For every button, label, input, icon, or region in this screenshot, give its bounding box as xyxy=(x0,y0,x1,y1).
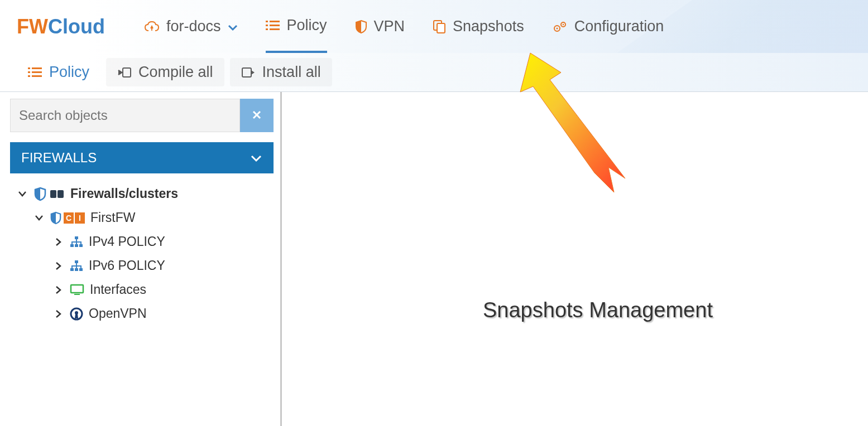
svg-rect-27 xyxy=(70,244,74,247)
top-navigation: FWCloud for-docs Policy xyxy=(0,0,868,53)
sidebar: FIREWALLS xyxy=(0,92,282,426)
tree-firewall-firstfw[interactable]: C I FirstFW xyxy=(16,206,268,230)
nav-policy-label: Policy xyxy=(287,17,327,34)
logo-cloud: Cloud xyxy=(48,15,105,38)
nav-vpn[interactable]: VPN xyxy=(355,0,405,53)
svg-rect-7 xyxy=(437,23,445,33)
tree-root-label: Firewalls/clusters xyxy=(70,186,178,201)
tree-firewall-label: FirstFW xyxy=(90,210,135,225)
install-all-label: Install all xyxy=(262,64,321,81)
svg-rect-28 xyxy=(75,244,78,247)
annotation-label: Snapshots Management xyxy=(483,298,713,322)
chevron-down-icon xyxy=(16,191,29,197)
copy-icon xyxy=(433,20,446,34)
nav-snapshots[interactable]: Snapshots xyxy=(433,0,524,53)
svg-rect-30 xyxy=(75,260,78,263)
compile-all-button[interactable]: Compile all xyxy=(106,58,224,86)
tree-ipv4-label: IPv4 POLICY xyxy=(89,234,165,249)
sub-navigation: Policy Compile all Install all xyxy=(0,53,868,92)
svg-rect-18 xyxy=(123,68,131,77)
svg-rect-12 xyxy=(28,67,30,69)
search-input[interactable] xyxy=(10,99,240,132)
chevron-right-icon xyxy=(52,262,65,270)
svg-rect-33 xyxy=(79,268,83,271)
tree-interfaces[interactable]: Interfaces xyxy=(16,278,268,302)
openvpn-icon xyxy=(70,307,83,321)
svg-rect-29 xyxy=(79,244,83,247)
tree: Firewalls/clusters C I xyxy=(10,173,274,334)
cloud-icon xyxy=(144,21,160,33)
nav-vpn-label: VPN xyxy=(374,18,405,35)
list-icon xyxy=(28,66,42,79)
tree-ipv6-label: IPv6 POLICY xyxy=(89,258,165,273)
svg-text:I: I xyxy=(79,214,81,222)
svg-rect-14 xyxy=(28,71,30,73)
sitemap-icon xyxy=(70,260,83,272)
tree-root-firewalls-clusters[interactable]: Firewalls/clusters xyxy=(16,182,268,206)
chevron-right-icon xyxy=(52,238,65,246)
chevron-right-icon xyxy=(52,309,65,318)
content-area: Snapshots Management xyxy=(282,92,868,426)
svg-rect-35 xyxy=(74,294,80,295)
shield-icon xyxy=(33,187,47,201)
svg-rect-19 xyxy=(242,68,251,77)
svg-rect-20 xyxy=(50,190,56,198)
logo-fw: FW xyxy=(17,15,48,38)
compile-icon xyxy=(117,66,132,79)
cluster-icon xyxy=(49,188,65,200)
svg-rect-26 xyxy=(75,236,78,239)
logo[interactable]: FWCloud xyxy=(17,15,105,38)
svg-rect-32 xyxy=(75,268,78,271)
search-clear-button[interactable] xyxy=(240,99,274,132)
svg-rect-5 xyxy=(270,28,280,30)
caret-down-icon xyxy=(228,18,238,35)
tree-firewall-icons: C I xyxy=(50,211,85,225)
search-row xyxy=(10,99,274,132)
svg-rect-21 xyxy=(57,190,64,198)
svg-rect-13 xyxy=(32,67,42,69)
svg-rect-17 xyxy=(32,75,42,77)
svg-rect-2 xyxy=(266,25,268,26)
svg-text:C: C xyxy=(66,214,71,222)
tree-ipv4-policy[interactable]: IPv4 POLICY xyxy=(16,230,268,254)
tab-policy-label: Policy xyxy=(49,64,89,81)
monitor-icon xyxy=(70,284,84,296)
tree-interfaces-label: Interfaces xyxy=(90,282,146,297)
list-icon xyxy=(266,20,280,32)
svg-rect-1 xyxy=(270,21,280,22)
nav-snapshots-label: Snapshots xyxy=(453,18,524,35)
svg-rect-15 xyxy=(32,71,42,73)
tree-ipv6-policy[interactable]: IPv6 POLICY xyxy=(16,254,268,278)
svg-rect-34 xyxy=(71,285,83,293)
shield-icon xyxy=(50,211,61,225)
chevron-down-icon xyxy=(32,215,46,221)
project-selector[interactable]: for-docs xyxy=(144,0,238,53)
tree-openvpn[interactable]: OpenVPN xyxy=(16,302,268,326)
main-area: FIREWALLS xyxy=(0,92,868,426)
compile-all-label: Compile all xyxy=(138,64,213,81)
tab-policy[interactable]: Policy xyxy=(17,58,100,86)
shield-icon xyxy=(355,20,367,34)
ci-badge-icon: C I xyxy=(64,212,85,224)
svg-point-9 xyxy=(556,27,558,29)
sitemap-icon xyxy=(70,236,83,248)
project-selector-label: for-docs xyxy=(166,18,221,35)
nav-configuration[interactable]: Configuration xyxy=(552,0,664,53)
tree-openvpn-label: OpenVPN xyxy=(89,306,147,321)
gears-icon xyxy=(552,20,568,33)
svg-point-11 xyxy=(562,23,563,25)
svg-rect-0 xyxy=(266,21,268,22)
section-firewalls-label: FIREWALLS xyxy=(21,150,97,166)
chevron-down-icon xyxy=(250,150,262,166)
nav-policy[interactable]: Policy xyxy=(266,0,327,53)
install-all-button[interactable]: Install all xyxy=(230,58,332,86)
install-icon xyxy=(241,66,256,79)
svg-rect-3 xyxy=(270,25,280,26)
chevron-right-icon xyxy=(52,285,65,294)
nav-configuration-label: Configuration xyxy=(574,18,664,35)
close-icon xyxy=(252,108,262,123)
svg-rect-16 xyxy=(28,75,30,77)
svg-rect-31 xyxy=(70,268,74,271)
tree-root-icons xyxy=(33,187,65,201)
section-firewalls-header[interactable]: FIREWALLS xyxy=(10,142,274,173)
